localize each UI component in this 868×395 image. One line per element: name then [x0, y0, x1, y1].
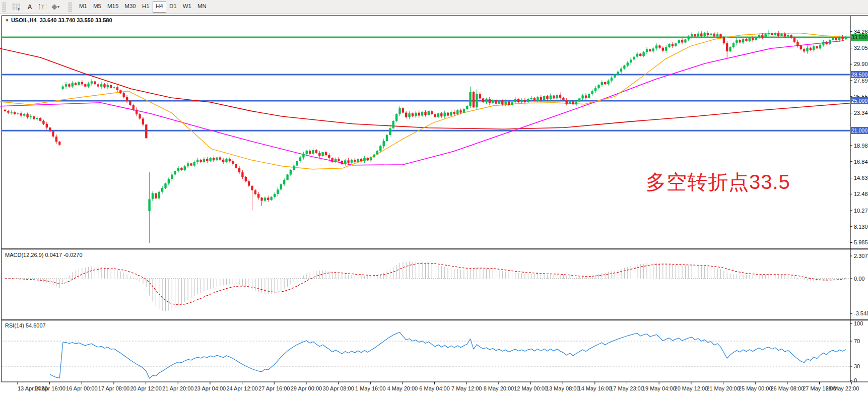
candlestick-series: [4, 30, 847, 243]
svg-text:-3.5484: -3.5484: [854, 310, 868, 316]
svg-text:13 May 08:00: 13 May 08:00: [546, 385, 580, 391]
svg-text:70: 70: [854, 338, 860, 344]
timeframe-group: M1M5M15M30H1H4D1W1MN: [76, 2, 210, 13]
ma-slow-red: [0, 48, 850, 129]
svg-text:20 Apr 12:00: 20 Apr 12:00: [130, 385, 161, 391]
chart-window[interactable]: ▼USOil-,H4 33.640 33.740 33.550 33.580 M…: [0, 14, 868, 395]
svg-text:16 Apr 00:00: 16 Apr 00:00: [66, 385, 97, 391]
svg-text:21 May 20:00: 21 May 20:00: [706, 385, 740, 391]
svg-text:2.3072: 2.3072: [854, 253, 868, 259]
rsi-line: [50, 333, 846, 378]
timeframe-h1-button[interactable]: H1: [139, 2, 153, 13]
svg-text:21 Apr 20:00: 21 Apr 20:00: [162, 385, 193, 391]
svg-text:26 May 08:00: 26 May 08:00: [771, 385, 805, 391]
svg-text:24 Apr 12:00: 24 Apr 12:00: [226, 385, 257, 391]
macd-histogram: [5, 261, 846, 311]
timeframe-m15-button[interactable]: M15: [104, 2, 121, 13]
svg-text:18.985: 18.985: [854, 143, 868, 149]
svg-text:23.340: 23.340: [854, 110, 868, 116]
svg-text:17 May 23:00: 17 May 23:00: [610, 385, 644, 391]
timeframe-h4-button[interactable]: H4: [153, 2, 166, 13]
svg-text:23 Apr 04:00: 23 Apr 04:00: [194, 385, 226, 391]
svg-text:10.275: 10.275: [854, 208, 868, 214]
chart-canvas[interactable]: 34.26032.05029.90527.69525.55023.34018.9…: [0, 14, 868, 395]
macd-indicator-label: MACD(12,26,9) 0.0417 -0.0270: [5, 252, 83, 258]
toolbar: A T ▾ M1M5M15M30H1H4D1W1MN: [0, 0, 868, 14]
textbox-t-icon[interactable]: T: [37, 2, 49, 13]
arrows-style-icon[interactable]: ▾: [50, 2, 62, 13]
svg-text:12.485: 12.485: [854, 191, 868, 197]
svg-text:14 May 16:00: 14 May 16:00: [578, 385, 612, 391]
svg-text:100: 100: [854, 320, 863, 326]
svg-text:29.905: 29.905: [854, 61, 868, 67]
svg-text:16.840: 16.840: [854, 159, 868, 165]
chart-annotation-text: 多空转折点33.5: [646, 168, 790, 196]
svg-text:0: 0: [854, 377, 857, 383]
timeframe-m30-button[interactable]: M30: [121, 2, 139, 13]
text-a-icon[interactable]: A: [24, 2, 36, 13]
toolbar-drag-handle[interactable]: [2, 2, 6, 12]
symbol-ohlc-header: ▼USOil-,H4 33.640 33.740 33.550 33.580: [5, 17, 112, 23]
svg-text:7 May 12:00: 7 May 12:00: [451, 385, 482, 391]
svg-text:28 May 22:00: 28 May 22:00: [826, 385, 859, 391]
timeframe-w1-button[interactable]: W1: [180, 2, 194, 13]
timeframe-m1-button[interactable]: M1: [76, 2, 90, 13]
timeframe-m5-button[interactable]: M5: [90, 2, 104, 13]
chart-grid-f-icon[interactable]: [10, 2, 23, 13]
svg-text:27 Apr 16:00: 27 Apr 16:00: [258, 385, 290, 391]
svg-text:14.630: 14.630: [854, 175, 868, 181]
svg-text:12 May 00:00: 12 May 00:00: [514, 385, 548, 391]
svg-text:29 Apr 00:00: 29 Apr 00:00: [291, 385, 322, 391]
rsi-indicator-label: RSI(14) 54.6007: [5, 322, 46, 328]
svg-text:0.00: 0.00: [854, 276, 864, 282]
svg-text:34.260: 34.260: [854, 29, 868, 35]
svg-text:30: 30: [854, 363, 860, 369]
svg-text:32.050: 32.050: [854, 45, 868, 51]
svg-text:25.550: 25.550: [854, 94, 868, 100]
svg-text:27.695: 27.695: [854, 78, 868, 84]
timeframe-d1-button[interactable]: D1: [166, 2, 180, 13]
svg-text:5.985: 5.985: [854, 239, 868, 245]
timeframe-mn-button[interactable]: MN: [194, 2, 210, 13]
svg-text:14 Apr 16:00: 14 Apr 16:00: [34, 385, 65, 391]
svg-text:25 May 00:00: 25 May 00:00: [739, 385, 772, 391]
svg-text:19 May 04:00: 19 May 04:00: [642, 385, 676, 391]
svg-text:6 May 04:00: 6 May 04:00: [419, 385, 450, 391]
svg-text:4 May 20:00: 4 May 20:00: [387, 385, 418, 391]
svg-text:8.130: 8.130: [854, 224, 868, 230]
toolbar-drag-handle[interactable]: [68, 2, 72, 12]
dropdown-arrow-icon[interactable]: ▾: [57, 5, 59, 9]
svg-text:1 May 16:00: 1 May 16:00: [355, 385, 386, 391]
svg-text:20 May 12:00: 20 May 12:00: [675, 385, 708, 391]
ma-mid-magenta: [0, 41, 844, 165]
svg-text:30 Apr 08:00: 30 Apr 08:00: [322, 385, 354, 391]
svg-text:17 Apr 08:00: 17 Apr 08:00: [98, 385, 129, 391]
svg-text:8 May 20:00: 8 May 20:00: [484, 385, 514, 391]
chevron-down-icon[interactable]: ▼: [5, 18, 9, 23]
